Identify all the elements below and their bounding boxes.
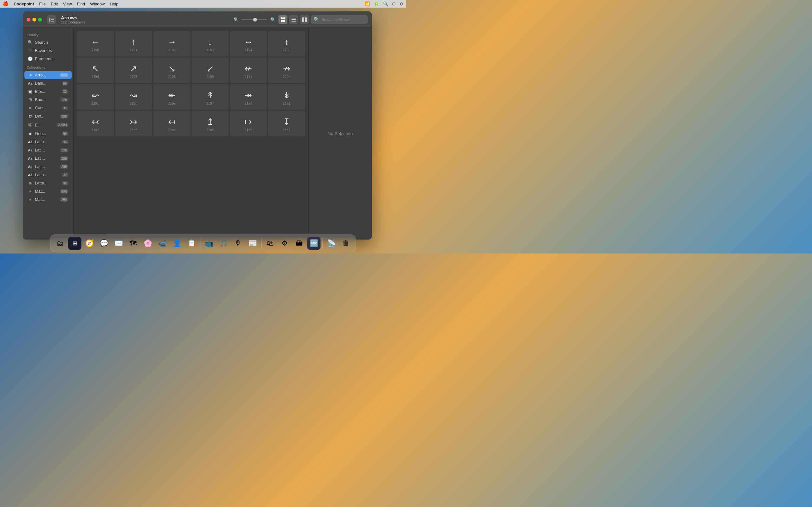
dock-airdrop[interactable]: 📡: [325, 237, 338, 250]
menu-edit[interactable]: Edit: [51, 2, 58, 6]
symbol-grid: ← 2190 ↑ 2191 → 2192 ↓ 2193 ↔ 2194 ↕ 219…: [77, 31, 305, 136]
symbol-cell[interactable]: ↓ 2193: [192, 31, 229, 56]
sidebar-item-search[interactable]: 🔍 Search: [24, 38, 72, 46]
dock-systemprefs[interactable]: ⚙: [278, 237, 292, 250]
dock-safari[interactable]: 🧭: [83, 237, 96, 250]
symbol-glyph: ↑: [131, 38, 136, 47]
app-menu-codepoint[interactable]: Codepoint: [14, 2, 34, 6]
sidebar-item-geometric[interactable]: ◆ Geo... 96: [24, 130, 72, 137]
menu-file[interactable]: File: [39, 2, 46, 6]
symbol-cell[interactable]: ← 2190: [77, 31, 114, 56]
sidebar-item-dingbats[interactable]: ✿ Din... 208: [24, 112, 72, 120]
symbol-cell[interactable]: ↜ 219c: [77, 84, 114, 110]
letterlike-icon: ℈: [28, 181, 33, 185]
symbol-cell[interactable]: → 2192: [153, 31, 190, 56]
symbol-cell[interactable]: ↞ 219e: [153, 84, 190, 110]
sidebar-item-math[interactable]: √ Mat... 996: [24, 187, 72, 195]
currency-count: 32: [61, 106, 68, 110]
sidebar-item-box[interactable]: ⊞ Box... 128: [24, 96, 72, 104]
menu-help[interactable]: Help: [110, 2, 118, 6]
sidebar-currency-label: Curr...: [35, 106, 59, 110]
sidebar-item-arrows[interactable]: ➜ Arro... 112: [24, 71, 72, 79]
menu-window[interactable]: Window: [90, 2, 105, 6]
arrows-count: 112: [60, 73, 68, 77]
dock-contacts[interactable]: 👤: [170, 237, 184, 250]
dock-launchpad[interactable]: ⊞: [68, 237, 82, 250]
symbol-cell[interactable]: ↘ 2198: [153, 58, 190, 83]
battery-icon[interactable]: 🔋: [374, 1, 379, 6]
zoom-slider[interactable]: [242, 19, 267, 20]
symbol-cell[interactable]: ↤ 21a4: [153, 111, 190, 136]
dock-mail[interactable]: ✉️: [112, 237, 125, 250]
symbol-glyph: ←: [91, 38, 100, 47]
apple-menu[interactable]: 🍎: [3, 1, 9, 7]
symbol-cell[interactable]: ↗ 2197: [115, 58, 152, 83]
dock-news[interactable]: 📰: [246, 237, 259, 250]
dock-podcasts[interactable]: 🎙: [232, 237, 245, 250]
symbol-cell[interactable]: ↖ 2196: [77, 58, 114, 83]
dock-appstore[interactable]: 🛍: [264, 237, 277, 250]
symbol-cell[interactable]: ↑ 2191: [115, 31, 152, 56]
sidebar-item-latin-ext-e[interactable]: Aa Latin... 32: [24, 171, 72, 179]
symbol-cell[interactable]: ↙ 2199: [192, 58, 229, 83]
symbol-cell[interactable]: ↕ 2195: [268, 31, 305, 56]
dock-facetime[interactable]: 📹: [156, 237, 169, 250]
sidebar-toggle-button[interactable]: [47, 15, 56, 24]
arrows-icon: ➜: [28, 72, 33, 77]
dock-reminders[interactable]: 📋: [185, 237, 198, 250]
menu-view[interactable]: View: [63, 2, 72, 6]
menubar: 🍎 Codepoint File Edit View Find Window H…: [0, 0, 406, 8]
dock-altitude[interactable]: 🏔: [293, 237, 306, 250]
symbol-cell[interactable]: ↣ 21a3: [115, 111, 152, 136]
zoom-out-button[interactable]: 🔍: [232, 16, 240, 23]
dock-photos[interactable]: 🌸: [141, 237, 154, 250]
grid-view-button[interactable]: [278, 15, 287, 24]
symbol-cell[interactable]: ↠ 21a0: [230, 84, 267, 110]
symbol-glyph: ↙: [206, 64, 214, 73]
symbol-cell[interactable]: ↧ 21a7: [268, 111, 305, 136]
split-view-button[interactable]: [300, 15, 309, 24]
sidebar-item-basic[interactable]: Aa Basi... 96: [24, 79, 72, 87]
dock-trash[interactable]: 🗑: [339, 237, 353, 250]
sidebar-item-letterlike[interactable]: ℈ Lette... 86: [24, 179, 72, 187]
symbol-cell[interactable]: ↔ 2194: [230, 31, 267, 56]
symbol-cell[interactable]: ↚ 219a: [230, 58, 267, 83]
dock-finder[interactable]: 🗂: [54, 237, 67, 250]
sidebar-item-block[interactable]: ▣ Bloc... 32: [24, 88, 72, 95]
sidebar-item-latin-ext-c[interactable]: Aa Lati... 256: [24, 154, 72, 162]
maximize-button[interactable]: [38, 18, 42, 21]
dock-messages[interactable]: 💬: [97, 237, 111, 250]
sidebar-item-latin-ext-b[interactable]: Aa Lati... 128: [24, 146, 72, 154]
control-center-icon[interactable]: ⊕: [392, 1, 396, 6]
close-button[interactable]: [27, 18, 31, 21]
sidebar-item-enclosed[interactable]: Ⓔ E... 3,584: [24, 120, 72, 129]
sidebar-item-math2[interactable]: √ Mat... 256: [24, 195, 72, 204]
menu-find[interactable]: Find: [77, 2, 85, 6]
sidebar-item-frequently[interactable]: 🕐 Frequentl...: [24, 55, 72, 63]
symbol-grid-area: ← 2190 ↑ 2191 → 2192 ↓ 2193 ↔ 2194 ↕ 219…: [73, 28, 308, 239]
symbol-cell[interactable]: ↛ 219b: [268, 58, 305, 83]
zoom-in-button[interactable]: 🔍: [269, 16, 276, 23]
list-view-button[interactable]: [289, 15, 298, 24]
wifi-icon[interactable]: 📶: [364, 1, 370, 6]
sidebar-item-latin-ext-d[interactable]: Aa Lati... 208: [24, 163, 72, 170]
search-input[interactable]: [322, 17, 365, 22]
symbol-cell[interactable]: ↢ 21a2: [77, 111, 114, 136]
symbol-cell[interactable]: ↝ 219d: [115, 84, 152, 110]
symbol-cell[interactable]: ↟ 219f: [192, 84, 229, 110]
minimize-button[interactable]: [32, 18, 36, 21]
dock-music[interactable]: 🎵: [217, 237, 230, 250]
search-box[interactable]: 🔍: [311, 15, 368, 24]
sidebar-letterlike-label: Lette...: [35, 181, 59, 185]
symbol-cell[interactable]: ↥ 21a5: [192, 111, 229, 136]
search-menubar-icon[interactable]: 🔍: [383, 1, 388, 6]
sidebar-item-favorites[interactable]: ♡ Favorites: [24, 47, 72, 55]
symbol-cell[interactable]: ↡ 21a1: [268, 84, 305, 110]
sidebar-item-latin-ext-a[interactable]: Aa Latin... 96: [24, 138, 72, 146]
symbol-glyph: ↣: [130, 118, 137, 126]
sidebar-item-currency[interactable]: ¤ Curr... 32: [24, 104, 72, 112]
dock-maps[interactable]: 🗺: [126, 237, 140, 250]
dock-appletv[interactable]: 📺: [202, 237, 216, 250]
dock-codepoint[interactable]: 🔤: [307, 237, 321, 250]
symbol-cell[interactable]: ↦ 21a6: [230, 111, 267, 136]
